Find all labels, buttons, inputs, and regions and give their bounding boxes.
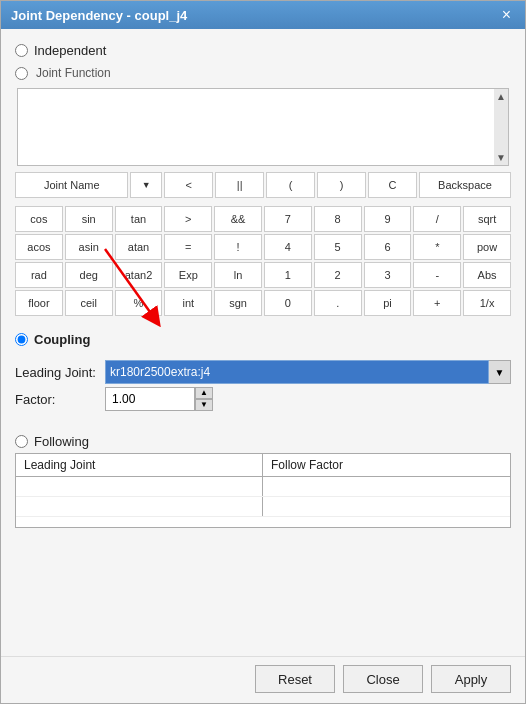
independent-option[interactable]: Independent	[15, 43, 511, 58]
sgn-key[interactable]: sgn	[214, 290, 262, 316]
dot-key[interactable]: .	[314, 290, 362, 316]
acos-key[interactable]: acos	[15, 234, 63, 260]
close-button[interactable]: Close	[343, 665, 423, 693]
excl-key[interactable]: !	[214, 234, 262, 260]
exp-key[interactable]: Exp	[164, 262, 212, 288]
minus-key[interactable]: -	[413, 262, 461, 288]
int-key[interactable]: int	[164, 290, 212, 316]
function-textarea[interactable]	[18, 89, 494, 165]
num7-key[interactable]: 7	[264, 206, 312, 232]
leading-joint-row: Leading Joint: kr180r2500extra:j4 ▼	[15, 360, 511, 384]
keypad-row-2: cos sin tan > && 7 8 9 / sqrt	[15, 206, 511, 232]
pow-key[interactable]: pow	[463, 234, 511, 260]
keypad-row-5: floor ceil % int sgn 0 . pi + 1/x	[15, 290, 511, 316]
num6-key[interactable]: 6	[364, 234, 412, 260]
mod-key[interactable]: %	[115, 290, 163, 316]
coupling-radio[interactable]	[15, 333, 28, 346]
backspace-key[interactable]: Backspace	[419, 172, 511, 198]
dialog-title: Joint Dependency - coupl_j4	[11, 8, 187, 23]
following-radio[interactable]	[15, 435, 28, 448]
sin-key[interactable]: sin	[65, 206, 113, 232]
leading-joint-label: Leading Joint:	[15, 365, 105, 380]
leading-joint-dropdown-btn[interactable]: ▼	[489, 360, 511, 384]
factor-spinner[interactable]: ▲ ▼	[195, 387, 213, 411]
clear-key[interactable]: C	[368, 172, 417, 198]
following-label: Following	[34, 434, 89, 449]
atan2-key[interactable]: atan2	[115, 262, 163, 288]
open-paren-key[interactable]: (	[266, 172, 315, 198]
deg-key[interactable]: deg	[65, 262, 113, 288]
num8-key[interactable]: 8	[314, 206, 362, 232]
div-key[interactable]: /	[413, 206, 461, 232]
table-row	[16, 477, 510, 497]
num4-key[interactable]: 4	[264, 234, 312, 260]
num1-key[interactable]: 1	[264, 262, 312, 288]
ln-key[interactable]: ln	[214, 262, 262, 288]
factor-down-arrow[interactable]: ▼	[195, 399, 213, 411]
keypad-grid: cos sin tan > && 7 8 9 / sqrt acos asin …	[15, 206, 511, 318]
cos-key[interactable]: cos	[15, 206, 63, 232]
abs-key[interactable]: ||	[215, 172, 264, 198]
keypad-row-1: Joint Name ▼ < || ( ) C Backspace	[15, 172, 511, 198]
following-col-factor: Follow Factor	[263, 454, 510, 476]
eq-key[interactable]: =	[164, 234, 212, 260]
reciprocal-key[interactable]: 1/x	[463, 290, 511, 316]
row1-leading	[16, 477, 263, 496]
joint-name-key[interactable]: Joint Name	[15, 172, 128, 198]
leading-joint-value: kr180r2500extra:j4	[110, 365, 210, 379]
row1-factor	[263, 477, 510, 496]
atan-key[interactable]: atan	[115, 234, 163, 260]
abs-func-key[interactable]: Abs	[463, 262, 511, 288]
factor-up-arrow[interactable]: ▲	[195, 387, 213, 399]
independent-label: Independent	[34, 43, 106, 58]
function-textarea-wrapper: ▲ ▼	[17, 88, 509, 166]
close-icon[interactable]: ×	[498, 7, 515, 23]
num3-key[interactable]: 3	[364, 262, 412, 288]
following-option[interactable]: Following Leading Joint Follow Factor	[15, 428, 511, 532]
independent-radio[interactable]	[15, 44, 28, 57]
table-row	[16, 497, 510, 517]
following-table: Leading Joint Follow Factor	[15, 453, 511, 528]
following-table-header: Leading Joint Follow Factor	[16, 454, 510, 477]
joint-name-dropdown-key[interactable]: ▼	[130, 172, 162, 198]
textarea-scrollbar[interactable]: ▲ ▼	[494, 89, 508, 165]
leading-joint-field-wrap: kr180r2500extra:j4 ▼	[105, 360, 511, 384]
gt-key[interactable]: >	[164, 206, 212, 232]
factor-row: Factor: ▲ ▼	[15, 387, 511, 411]
joint-function-option[interactable]: Joint Function	[15, 66, 511, 80]
reset-button[interactable]: Reset	[255, 665, 335, 693]
row2-leading	[16, 497, 263, 516]
rad-key[interactable]: rad	[15, 262, 63, 288]
dialog-window: Joint Dependency - coupl_j4 × Independen…	[0, 0, 526, 704]
apply-button[interactable]: Apply	[431, 665, 511, 693]
leading-joint-input[interactable]: kr180r2500extra:j4	[105, 360, 489, 384]
and-key[interactable]: &&	[214, 206, 262, 232]
lt-key[interactable]: <	[164, 172, 213, 198]
following-table-body	[16, 477, 510, 527]
coupling-label: Coupling	[34, 332, 90, 347]
dialog-body: Independent Joint Function ▲ ▼ Joint Nam…	[1, 29, 525, 656]
plus-key[interactable]: +	[413, 290, 461, 316]
asin-key[interactable]: asin	[65, 234, 113, 260]
factor-label: Factor:	[15, 392, 105, 407]
num5-key[interactable]: 5	[314, 234, 362, 260]
keypad-row-3: acos asin atan = ! 4 5 6 * pow	[15, 234, 511, 260]
sqrt-key[interactable]: sqrt	[463, 206, 511, 232]
floor-key[interactable]: floor	[15, 290, 63, 316]
scroll-up-arrow[interactable]: ▲	[494, 89, 508, 104]
tan-key[interactable]: tan	[115, 206, 163, 232]
close-paren-key[interactable]: )	[317, 172, 366, 198]
coupling-option[interactable]: Coupling	[15, 332, 511, 347]
joint-function-radio[interactable]	[15, 67, 28, 80]
factor-input[interactable]	[105, 387, 195, 411]
scroll-down-arrow[interactable]: ▼	[494, 150, 508, 165]
mul-key[interactable]: *	[413, 234, 461, 260]
ceil-key[interactable]: ceil	[65, 290, 113, 316]
num2-key[interactable]: 2	[314, 262, 362, 288]
row2-factor	[263, 497, 510, 516]
num0-key[interactable]: 0	[264, 290, 312, 316]
title-bar: Joint Dependency - coupl_j4 ×	[1, 1, 525, 29]
pi-key[interactable]: pi	[364, 290, 412, 316]
num9-key[interactable]: 9	[364, 206, 412, 232]
following-radio-row: Following	[15, 434, 511, 449]
